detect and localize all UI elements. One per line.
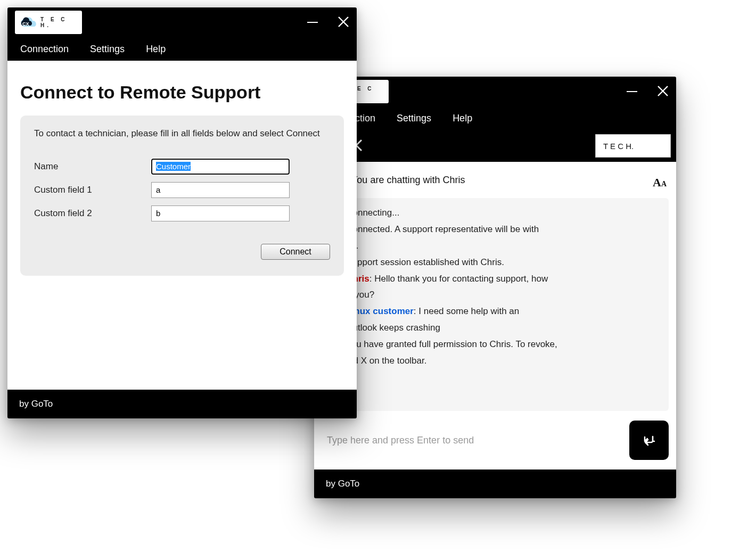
chat-input-bar	[322, 421, 669, 460]
menu-bar: Connection Settings Help	[7, 37, 357, 61]
session-bar: CX T E C H.	[314, 130, 676, 162]
footer-text: by GoTo	[19, 399, 53, 409]
brand-logo: CX T E C H.	[15, 11, 82, 34]
titlebar: CX T E C H.	[314, 77, 676, 106]
menu-help[interactable]: Help	[146, 44, 166, 55]
chat-line: AM You have granted full permission to C…	[330, 337, 660, 352]
chat-line: AM Linux customer: I need some help with…	[330, 304, 660, 319]
menu-bar: Connection Settings Help	[314, 106, 676, 130]
menu-settings[interactable]: Settings	[90, 44, 125, 55]
close-button[interactable]	[338, 16, 349, 29]
name-label: Name	[34, 161, 151, 172]
brand-text: T E C H.	[603, 142, 634, 151]
footer: by GoTo	[314, 470, 676, 498]
cf1-label: Custom field 1	[34, 185, 151, 195]
brand-logo-mini: CX T E C H.	[595, 134, 671, 158]
chat-header: You are chatting with Chris AA	[314, 162, 676, 198]
cf2-label: Custom field 2	[34, 208, 151, 219]
minimize-button[interactable]	[625, 84, 639, 100]
chat-line: shortly.	[330, 238, 660, 254]
send-button[interactable]	[629, 421, 669, 460]
form-hint: To contact a technician, please fill in …	[34, 127, 330, 141]
form-panel: To contact a technician, please fill in …	[20, 116, 344, 276]
connect-button[interactable]: Connect	[261, 244, 330, 260]
chat-line: AM Support session established with Chri…	[330, 255, 660, 270]
chat-line: the red X on the toolbar.	[330, 353, 660, 369]
chat-client-area: CX T E C H. You are chatting with Chris …	[314, 130, 676, 470]
footer: by GoTo	[7, 390, 357, 418]
chat-line: AM Chris: Hello thank you for contacting…	[330, 271, 660, 287]
page-title: Connect to Remote Support	[20, 82, 344, 103]
cloud-icon: CX	[19, 16, 37, 29]
footer-text: by GoTo	[326, 479, 359, 489]
form-client-area: Connect to Remote Support To contact a t…	[7, 61, 357, 390]
brand-text: T E C H.	[40, 17, 78, 28]
connect-window: CX T E C H. Connection Settings Help Con…	[7, 7, 357, 418]
menu-help[interactable]: Help	[453, 113, 472, 124]
custom-field-2-input[interactable]	[151, 205, 290, 221]
chat-log: AM Connecting...AM Connected. A support …	[322, 198, 669, 411]
chat-line: ate, outlook keeps crashing	[330, 320, 660, 336]
close-button[interactable]	[657, 85, 669, 98]
font-size-button[interactable]: AA	[653, 176, 667, 190]
menu-settings[interactable]: Settings	[397, 113, 431, 124]
chat-line: I help you?	[330, 287, 660, 303]
menu-connection[interactable]: Connection	[20, 44, 69, 55]
chat-line: AM Connected. A support representative w…	[330, 222, 660, 237]
svg-text:CX: CX	[22, 21, 29, 27]
chat-window: CX T E C H. Connection Settings Help CX	[314, 77, 676, 498]
titlebar: CX T E C H.	[7, 7, 357, 37]
chat-header-text: You are chatting with Chris	[351, 175, 465, 186]
chat-input[interactable]	[322, 421, 621, 460]
custom-field-1-input[interactable]	[151, 182, 290, 198]
minimize-button[interactable]	[306, 15, 319, 30]
name-input[interactable]	[151, 159, 290, 175]
chat-line: AM Connecting...	[330, 205, 660, 221]
